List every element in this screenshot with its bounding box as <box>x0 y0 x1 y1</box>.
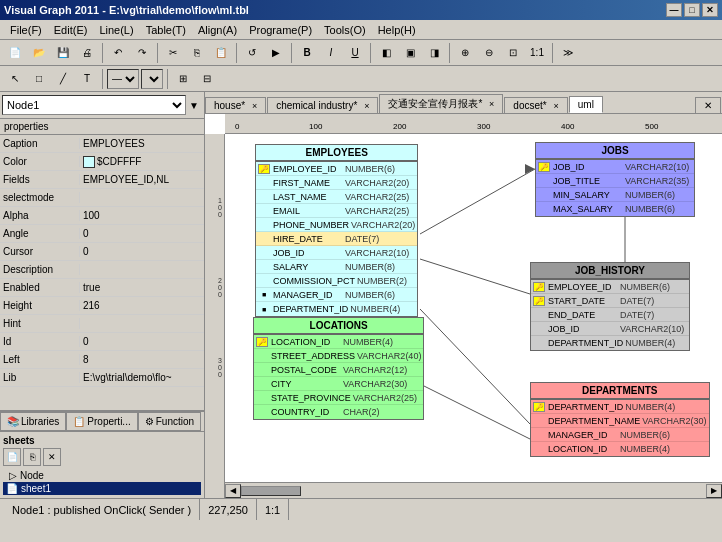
field-icon <box>533 338 545 348</box>
tab-traffic[interactable]: 交通安全宣传月报表* × <box>379 94 503 113</box>
align-left-btn[interactable]: ◧ <box>375 42 397 64</box>
field-hire-date: HIRE_DATE DATE(7) <box>256 232 417 246</box>
horizontal-scrollbar[interactable]: ◀ ▶ <box>225 482 722 498</box>
copy-btn[interactable]: ⎘ <box>186 42 208 64</box>
table-job-history[interactable]: JOB_HISTORY 🔑 EMPLOYEE_ID NUMBER(6) 🔑 ST… <box>530 262 690 351</box>
key-icon: 🔑 <box>533 282 545 292</box>
field-min-salary: MIN_SALARY NUMBER(6) <box>536 188 694 202</box>
style-select[interactable]: — <box>107 69 139 89</box>
align-right-btn[interactable]: ◨ <box>423 42 445 64</box>
sheet-item-sheet1[interactable]: 📄 sheet1 <box>3 482 201 495</box>
prop-description: Description <box>0 261 204 279</box>
field-salary: SALARY NUMBER(8) <box>256 260 417 274</box>
table-employees[interactable]: EMPLOYEES 🔑 EMPLOYEE_ID NUMBER(6) FIRST_… <box>255 144 418 317</box>
bold-btn[interactable]: B <box>296 42 318 64</box>
menu-programe[interactable]: Programe(P) <box>243 22 318 38</box>
snap-btn[interactable]: ⊟ <box>196 68 218 90</box>
field-icon <box>538 176 550 186</box>
close-tab-btn[interactable]: ✕ <box>695 97 721 113</box>
svg-line-0 <box>420 169 535 234</box>
zoom-out-btn[interactable]: ⊖ <box>478 42 500 64</box>
menu-help[interactable]: Help(H) <box>372 22 422 38</box>
redo-btn[interactable]: ↷ <box>131 42 153 64</box>
status-zoom: 1:1 <box>257 499 289 520</box>
close-tab-chemical[interactable]: × <box>364 101 369 111</box>
undo-btn[interactable]: ↶ <box>107 42 129 64</box>
grid-btn[interactable]: ⊞ <box>172 68 194 90</box>
node-dropdown[interactable]: Node1 <box>2 95 186 115</box>
zoom-fit-btn[interactable]: ⊡ <box>502 42 524 64</box>
save-btn[interactable]: 💾 <box>52 42 74 64</box>
table-departments[interactable]: DEPARTMENTS 🔑 DEPARTMENT_ID NUMBER(4) DE… <box>530 382 710 457</box>
text-btn[interactable]: T <box>76 68 98 90</box>
maximize-button[interactable]: □ <box>684 3 700 17</box>
menu-tools[interactable]: Tools(O) <box>318 22 372 38</box>
field-job-title: JOB_TITLE VARCHAR2(35) <box>536 174 694 188</box>
scroll-thumb[interactable] <box>241 486 301 496</box>
close-tab-docset[interactable]: × <box>553 101 558 111</box>
menu-align[interactable]: Align(A) <box>192 22 243 38</box>
zoom-100-btn[interactable]: 1:1 <box>526 42 548 64</box>
field-city: CITY VARCHAR2(30) <box>254 377 423 391</box>
underline-btn[interactable]: U <box>344 42 366 64</box>
close-tab-house[interactable]: × <box>252 101 257 111</box>
node-dropdown-arrow[interactable]: ▼ <box>186 94 202 116</box>
menu-edit[interactable]: Edit(E) <box>48 22 94 38</box>
field-state: STATE_PROVINCE VARCHAR2(25) <box>254 391 423 405</box>
node-btn[interactable]: □ <box>28 68 50 90</box>
print-btn[interactable]: 🖨 <box>76 42 98 64</box>
more-btn[interactable]: ≫ <box>557 42 579 64</box>
copy-sheet-btn[interactable]: ⎘ <box>23 448 41 466</box>
cut-btn[interactable]: ✂ <box>162 42 184 64</box>
toolbar2: ↖ □ ╱ T — ⊞ ⊟ <box>0 66 722 92</box>
select-btn[interactable]: ↖ <box>4 68 26 90</box>
scroll-right-btn[interactable]: ▶ <box>706 484 722 498</box>
refresh-btn[interactable]: ↺ <box>241 42 263 64</box>
run-btn[interactable]: ▶ <box>265 42 287 64</box>
sheet-icon: 📄 <box>6 483 18 494</box>
table-employees-header: EMPLOYEES <box>256 145 417 162</box>
field-max-salary: MAX_SALARY NUMBER(6) <box>536 202 694 216</box>
menu-line[interactable]: Line(L) <box>93 22 139 38</box>
table-jobs[interactable]: JOBS 🔑 JOB_ID VARCHAR2(10) JOB_TITLE VAR… <box>535 142 695 217</box>
function-icon: ⚙ <box>145 416 154 427</box>
line-btn[interactable]: ╱ <box>52 68 74 90</box>
scroll-track[interactable] <box>241 486 706 496</box>
menu-table[interactable]: Table(T) <box>140 22 192 38</box>
zoom-in-btn[interactable]: ⊕ <box>454 42 476 64</box>
tab-house[interactable]: house* × <box>205 97 266 113</box>
sep8 <box>102 69 103 89</box>
table-locations[interactable]: LOCATIONS 🔑 LOCATION_ID NUMBER(4) STREET… <box>253 317 424 420</box>
close-button[interactable]: ✕ <box>702 3 718 17</box>
italic-btn[interactable]: I <box>320 42 342 64</box>
open-btn[interactable]: 📂 <box>28 42 50 64</box>
key-icon: 🔑 <box>256 337 268 347</box>
font-select[interactable] <box>141 69 163 89</box>
align-center-btn[interactable]: ▣ <box>399 42 421 64</box>
close-tab-traffic[interactable]: × <box>489 99 494 109</box>
node-tree-item[interactable]: ▷ Node <box>3 469 201 482</box>
scroll-left-btn[interactable]: ◀ <box>225 484 241 498</box>
tab-function[interactable]: ⚙ Function <box>138 412 201 431</box>
prop-left: Left 8 <box>0 351 204 369</box>
field-icon <box>258 262 270 272</box>
prop-angle: Angle 0 <box>0 225 204 243</box>
tab-chemical[interactable]: chemical industry* × <box>267 97 378 113</box>
window-controls: — □ ✕ <box>666 3 718 17</box>
delete-sheet-btn[interactable]: ✕ <box>43 448 61 466</box>
diagram-canvas[interactable]: EMPLOYEES 🔑 EMPLOYEE_ID NUMBER(6) FIRST_… <box>225 134 722 498</box>
tab-uml[interactable]: uml <box>569 96 603 113</box>
tab-properties[interactable]: 📋 Properti... <box>66 412 137 431</box>
minimize-button[interactable]: — <box>666 3 682 17</box>
tab-libraries[interactable]: 📚 Libraries <box>0 412 66 431</box>
dropdown-area: — <box>107 69 163 89</box>
v-ruler-200: 200 <box>218 277 222 298</box>
sep6 <box>449 43 450 63</box>
status-message: Node1 : published OnClick( Sender ) <box>4 499 200 520</box>
tab-docset[interactable]: docset* × <box>504 97 567 113</box>
menu-file[interactable]: File(F) <box>4 22 48 38</box>
new-btn[interactable]: 📄 <box>4 42 26 64</box>
new-sheet-btn[interactable]: 📄 <box>3 448 21 466</box>
paste-btn[interactable]: 📋 <box>210 42 232 64</box>
canvas-container: 0 100 200 300 400 500 100 200 300 <box>205 114 722 498</box>
